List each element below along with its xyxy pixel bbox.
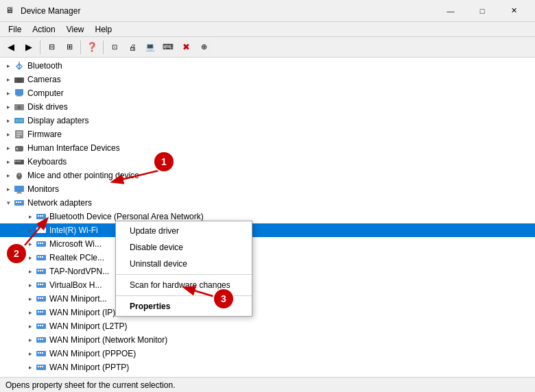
item-label-tap-nordvpn: TAP-NordVPN... xyxy=(49,267,109,276)
tree-item-disk-drives[interactable]: ▸Disk drives xyxy=(0,100,535,114)
item-icon-bluetooth xyxy=(14,60,25,71)
item-icon-wan-miniport5 xyxy=(36,348,47,359)
svg-rect-72 xyxy=(42,352,43,354)
item-label-wan-miniport7: WAN Miniport (SSTP) xyxy=(49,376,129,377)
toolbar-remove[interactable]: ✖ xyxy=(178,39,194,56)
expander-cameras[interactable]: ▸ xyxy=(3,74,14,85)
toolbar-keyboard[interactable]: ⌨ xyxy=(160,39,176,56)
tree-view[interactable]: ▸Bluetooth▸Cameras▸Computer▸Disk drives▸… xyxy=(0,58,535,377)
tree-item-network-adapters[interactable]: ▾Network adapters xyxy=(0,196,535,210)
toolbar-expand[interactable]: ⊞ xyxy=(61,39,78,56)
expander-network-adapters[interactable]: ▾ xyxy=(3,197,14,208)
expander-wan-miniport5[interactable]: ▸ xyxy=(25,348,36,359)
tree-item-wan-miniport3[interactable]: ▸WAN Miniport (L2TP) xyxy=(0,319,535,333)
expander-virtualbox[interactable]: ▸ xyxy=(25,280,36,291)
tree-item-computer[interactable]: ▸Computer xyxy=(0,86,535,100)
svg-rect-28 xyxy=(20,201,21,203)
tree-item-tap-nordvpn[interactable]: ▸TAP-NordVPN... xyxy=(0,265,535,278)
toolbar-help[interactable]: ❓ xyxy=(84,39,100,56)
ctx-item-disable-device[interactable]: Disable device xyxy=(116,239,252,256)
tree-item-bluetooth[interactable]: ▸Bluetooth xyxy=(0,59,535,73)
item-label-mice: Mice and other pointing device xyxy=(27,171,139,180)
expander-display-adapters[interactable]: ▸ xyxy=(3,115,14,126)
toolbar-collapse[interactable]: ⊟ xyxy=(43,39,60,56)
menu-help[interactable]: Help xyxy=(90,23,118,36)
tree-item-wan-miniport7[interactable]: ▸WAN Miniport (SSTP) xyxy=(0,374,535,377)
window-title: Device Manager xyxy=(21,6,435,16)
expander-hid[interactable]: ▸ xyxy=(3,143,14,154)
tree-item-wan-miniport2[interactable]: ▸WAN Miniport (IP) xyxy=(0,306,535,319)
item-icon-wan-miniport1 xyxy=(36,293,47,304)
menu-view[interactable]: View xyxy=(61,23,90,36)
tree-item-virtualbox[interactable]: ▸VirtualBox H... xyxy=(0,278,535,292)
tree-item-wan-miniport4[interactable]: ▸WAN Miniport (Network Monitor) xyxy=(0,333,535,347)
toolbar-add[interactable]: ⊕ xyxy=(195,39,212,56)
item-icon-computer xyxy=(14,88,25,99)
item-icon-display-adapters xyxy=(14,115,25,126)
menu-action[interactable]: Action xyxy=(27,23,60,36)
tree-item-realtek[interactable]: ▸Realtek PCle... xyxy=(0,251,535,265)
toolbar-back[interactable]: ◀ xyxy=(3,39,19,56)
menu-bar: File Action View Help xyxy=(0,22,535,37)
ctx-item-update-driver[interactable]: Update driver xyxy=(116,223,252,239)
expander-wan-miniport4[interactable]: ▸ xyxy=(25,334,36,345)
item-label-realtek: Realtek PCle... xyxy=(49,253,104,262)
item-label-display-adapters: Display adapters xyxy=(27,116,88,125)
expander-monitors[interactable]: ▸ xyxy=(3,184,14,195)
expander-disk-drives[interactable]: ▸ xyxy=(3,101,14,112)
tree-item-firmware[interactable]: ▸Firmware xyxy=(0,127,535,141)
svg-rect-22 xyxy=(14,186,24,192)
svg-rect-3 xyxy=(15,89,23,95)
expander-wan-miniport7[interactable]: ▸ xyxy=(25,376,36,377)
expander-firmware[interactable]: ▸ xyxy=(3,129,14,140)
expander-keyboards[interactable]: ▸ xyxy=(3,156,14,167)
expander-intel-wifi[interactable]: ▸ xyxy=(25,225,36,236)
tree-item-intel-wifi[interactable]: ▸Intel(R) Wi-Fi xyxy=(0,223,535,237)
expander-realtek[interactable]: ▸ xyxy=(25,252,36,263)
toolbar-scan[interactable]: 💻 xyxy=(142,39,158,56)
expander-wan-miniport1[interactable]: ▸ xyxy=(25,293,36,304)
svg-rect-47 xyxy=(40,270,41,271)
expander-bluetooth[interactable]: ▸ xyxy=(3,60,14,71)
tree-item-mice[interactable]: ▸Mice and other pointing device xyxy=(0,169,535,182)
expander-computer[interactable]: ▸ xyxy=(3,88,14,99)
toolbar-properties[interactable]: ⊡ xyxy=(106,39,123,56)
tree-item-bluetooth-device[interactable]: ▸Bluetooth Device (Personal Area Network… xyxy=(0,210,535,223)
svg-rect-64 xyxy=(42,325,43,326)
expander-tap-nordvpn[interactable]: ▸ xyxy=(25,266,36,277)
svg-rect-50 xyxy=(38,284,39,285)
item-icon-disk-drives xyxy=(14,101,25,112)
ctx-item-uninstall-device[interactable]: Uninstall device xyxy=(116,256,252,272)
svg-rect-16 xyxy=(14,160,24,164)
tree-item-keyboards[interactable]: ▸Keyboards xyxy=(0,155,535,169)
expander-microsoft-wi[interactable]: ▸ xyxy=(25,238,36,249)
tree-item-monitors[interactable]: ▸Monitors xyxy=(0,182,535,196)
expander-mice[interactable]: ▸ xyxy=(3,170,14,181)
expander-wan-miniport2[interactable]: ▸ xyxy=(25,307,36,318)
svg-rect-60 xyxy=(42,311,43,313)
item-label-wan-miniport1: WAN Miniport... xyxy=(49,294,107,304)
expander-wan-miniport3[interactable]: ▸ xyxy=(25,321,36,332)
tree-item-display-adapters[interactable]: ▸Display adapters xyxy=(0,114,535,127)
menu-file[interactable]: File xyxy=(3,23,27,36)
ctx-item-scan-changes[interactable]: Scan for hardware changes xyxy=(116,277,252,293)
item-icon-wan-miniport7 xyxy=(36,376,47,377)
tree-item-hid[interactable]: ▸Human Interface Devices xyxy=(0,141,535,155)
expander-bluetooth-device[interactable]: ▸ xyxy=(25,211,36,222)
tree-item-microsoft-wi[interactable]: ▸Microsoft Wi... xyxy=(0,237,535,251)
expander-wan-miniport6[interactable]: ▸ xyxy=(25,362,36,373)
toolbar-print[interactable]: 🖨 xyxy=(124,39,141,56)
tree-item-wan-miniport6[interactable]: ▸WAN Miniport (PPTP) xyxy=(0,360,535,374)
tree-item-wan-miniport1[interactable]: ▸WAN Miniport... xyxy=(0,292,535,306)
minimize-button[interactable]: — xyxy=(435,0,466,22)
toolbar-forward[interactable]: ▶ xyxy=(21,39,37,56)
svg-point-2 xyxy=(19,79,21,82)
tree-item-wan-miniport5[interactable]: ▸WAN Miniport (PPPOE) xyxy=(0,347,535,360)
item-icon-bluetooth-device xyxy=(36,211,47,222)
svg-rect-59 xyxy=(40,311,41,313)
toolbar-sep-2 xyxy=(80,40,81,54)
close-button[interactable]: ✕ xyxy=(498,0,530,22)
svg-rect-54 xyxy=(38,297,39,299)
maximize-button[interactable]: □ xyxy=(466,0,498,22)
tree-item-cameras[interactable]: ▸Cameras xyxy=(0,73,535,86)
